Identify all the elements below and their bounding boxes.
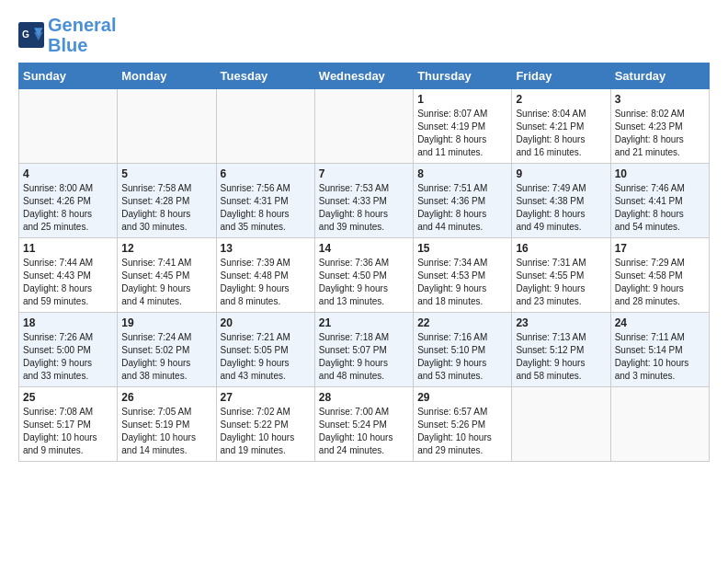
day-number: 25 bbox=[23, 391, 113, 404]
calendar-cell bbox=[19, 89, 118, 164]
day-info: Sunrise: 7:00 AM Sunset: 5:24 PM Dayligh… bbox=[319, 406, 409, 457]
day-info: Sunrise: 7:53 AM Sunset: 4:33 PM Dayligh… bbox=[319, 182, 409, 234]
calendar-cell: 25Sunrise: 7:08 AM Sunset: 5:17 PM Dayli… bbox=[19, 387, 118, 462]
calendar-cell: 1Sunrise: 8:07 AM Sunset: 4:19 PM Daylig… bbox=[414, 89, 512, 164]
logo: G General Blue bbox=[18, 15, 116, 55]
weekday-header-sunday: Sunday bbox=[19, 63, 118, 89]
weekday-header-friday: Friday bbox=[512, 63, 610, 89]
svg-text:G: G bbox=[22, 29, 29, 40]
calendar-cell: 22Sunrise: 7:16 AM Sunset: 5:10 PM Dayli… bbox=[414, 313, 512, 387]
day-info: Sunrise: 7:49 AM Sunset: 4:38 PM Dayligh… bbox=[516, 182, 606, 234]
calendar-cell bbox=[118, 89, 216, 164]
weekday-header-monday: Monday bbox=[118, 63, 216, 89]
day-info: Sunrise: 7:36 AM Sunset: 4:50 PM Dayligh… bbox=[319, 257, 409, 308]
calendar-cell bbox=[314, 89, 413, 164]
calendar-cell: 7Sunrise: 7:53 AM Sunset: 4:33 PM Daylig… bbox=[314, 164, 413, 238]
day-info: Sunrise: 7:05 AM Sunset: 5:19 PM Dayligh… bbox=[121, 406, 211, 457]
day-info: Sunrise: 7:46 AM Sunset: 4:41 PM Dayligh… bbox=[615, 182, 705, 234]
day-number: 12 bbox=[121, 242, 211, 255]
day-info: Sunrise: 7:08 AM Sunset: 5:17 PM Dayligh… bbox=[23, 406, 113, 457]
calendar-cell: 10Sunrise: 7:46 AM Sunset: 4:41 PM Dayli… bbox=[610, 164, 709, 238]
day-info: Sunrise: 8:00 AM Sunset: 4:26 PM Dayligh… bbox=[23, 182, 113, 234]
day-number: 11 bbox=[23, 242, 113, 255]
day-number: 16 bbox=[516, 242, 606, 255]
day-number: 28 bbox=[319, 391, 409, 404]
day-info: Sunrise: 7:41 AM Sunset: 4:45 PM Dayligh… bbox=[121, 257, 211, 308]
day-info: Sunrise: 7:56 AM Sunset: 4:31 PM Dayligh… bbox=[221, 182, 311, 234]
day-info: Sunrise: 7:13 AM Sunset: 5:12 PM Dayligh… bbox=[516, 331, 606, 383]
day-number: 7 bbox=[319, 167, 409, 180]
day-number: 3 bbox=[615, 93, 705, 106]
calendar-cell bbox=[512, 387, 610, 462]
calendar-cell: 27Sunrise: 7:02 AM Sunset: 5:22 PM Dayli… bbox=[216, 387, 314, 462]
calendar-cell: 19Sunrise: 7:24 AM Sunset: 5:02 PM Dayli… bbox=[118, 313, 216, 387]
calendar-cell: 11Sunrise: 7:44 AM Sunset: 4:43 PM Dayli… bbox=[19, 238, 118, 313]
logo-text: General Blue bbox=[48, 15, 116, 55]
day-number: 8 bbox=[417, 167, 507, 180]
day-number: 22 bbox=[417, 316, 507, 329]
day-number: 19 bbox=[121, 316, 211, 329]
day-number: 26 bbox=[121, 391, 211, 404]
day-number: 20 bbox=[221, 316, 311, 329]
day-number: 14 bbox=[319, 242, 409, 255]
day-number: 4 bbox=[23, 167, 113, 180]
weekday-header-tuesday: Tuesday bbox=[216, 63, 314, 89]
calendar-cell: 9Sunrise: 7:49 AM Sunset: 4:38 PM Daylig… bbox=[512, 164, 610, 238]
day-info: Sunrise: 8:04 AM Sunset: 4:21 PM Dayligh… bbox=[516, 108, 606, 159]
calendar-cell: 15Sunrise: 7:34 AM Sunset: 4:53 PM Dayli… bbox=[414, 238, 512, 313]
calendar-table: SundayMondayTuesdayWednesdayThursdayFrid… bbox=[18, 63, 710, 462]
day-number: 23 bbox=[516, 316, 606, 329]
calendar-cell: 5Sunrise: 7:58 AM Sunset: 4:28 PM Daylig… bbox=[118, 164, 216, 238]
day-number: 24 bbox=[615, 316, 705, 329]
day-number: 5 bbox=[121, 167, 211, 180]
calendar-cell bbox=[216, 89, 314, 164]
day-info: Sunrise: 7:39 AM Sunset: 4:48 PM Dayligh… bbox=[221, 257, 311, 308]
weekday-header-saturday: Saturday bbox=[610, 63, 709, 89]
day-info: Sunrise: 7:44 AM Sunset: 4:43 PM Dayligh… bbox=[23, 257, 113, 308]
day-number: 17 bbox=[615, 242, 705, 255]
day-info: Sunrise: 6:57 AM Sunset: 5:26 PM Dayligh… bbox=[417, 406, 507, 457]
calendar-cell: 17Sunrise: 7:29 AM Sunset: 4:58 PM Dayli… bbox=[610, 238, 709, 313]
calendar-cell: 14Sunrise: 7:36 AM Sunset: 4:50 PM Dayli… bbox=[314, 238, 413, 313]
day-number: 6 bbox=[221, 167, 311, 180]
calendar-cell bbox=[610, 387, 709, 462]
calendar-cell: 6Sunrise: 7:56 AM Sunset: 4:31 PM Daylig… bbox=[216, 164, 314, 238]
day-number: 18 bbox=[23, 316, 113, 329]
day-info: Sunrise: 7:24 AM Sunset: 5:02 PM Dayligh… bbox=[121, 331, 211, 383]
logo-icon: G bbox=[18, 22, 44, 48]
weekday-header-wednesday: Wednesday bbox=[314, 63, 413, 89]
calendar-cell: 21Sunrise: 7:18 AM Sunset: 5:07 PM Dayli… bbox=[314, 313, 413, 387]
day-number: 13 bbox=[221, 242, 311, 255]
day-info: Sunrise: 7:34 AM Sunset: 4:53 PM Dayligh… bbox=[417, 257, 507, 308]
calendar-cell: 24Sunrise: 7:11 AM Sunset: 5:14 PM Dayli… bbox=[610, 313, 709, 387]
calendar-cell: 12Sunrise: 7:41 AM Sunset: 4:45 PM Dayli… bbox=[118, 238, 216, 313]
day-info: Sunrise: 7:02 AM Sunset: 5:22 PM Dayligh… bbox=[221, 406, 311, 457]
day-number: 10 bbox=[615, 167, 705, 180]
day-number: 1 bbox=[417, 93, 507, 106]
calendar-cell: 29Sunrise: 6:57 AM Sunset: 5:26 PM Dayli… bbox=[414, 387, 512, 462]
day-info: Sunrise: 7:11 AM Sunset: 5:14 PM Dayligh… bbox=[615, 331, 705, 383]
calendar-cell: 23Sunrise: 7:13 AM Sunset: 5:12 PM Dayli… bbox=[512, 313, 610, 387]
day-info: Sunrise: 7:26 AM Sunset: 5:00 PM Dayligh… bbox=[23, 331, 113, 383]
calendar-cell: 13Sunrise: 7:39 AM Sunset: 4:48 PM Dayli… bbox=[216, 238, 314, 313]
calendar-cell: 2Sunrise: 8:04 AM Sunset: 4:21 PM Daylig… bbox=[512, 89, 610, 164]
day-info: Sunrise: 8:07 AM Sunset: 4:19 PM Dayligh… bbox=[417, 108, 507, 159]
day-info: Sunrise: 8:02 AM Sunset: 4:23 PM Dayligh… bbox=[615, 108, 705, 159]
day-info: Sunrise: 7:29 AM Sunset: 4:58 PM Dayligh… bbox=[615, 257, 705, 308]
day-number: 27 bbox=[221, 391, 311, 404]
day-number: 2 bbox=[516, 93, 606, 106]
calendar-cell: 3Sunrise: 8:02 AM Sunset: 4:23 PM Daylig… bbox=[610, 89, 709, 164]
day-info: Sunrise: 7:18 AM Sunset: 5:07 PM Dayligh… bbox=[319, 331, 409, 383]
weekday-header-thursday: Thursday bbox=[414, 63, 512, 89]
calendar-cell: 28Sunrise: 7:00 AM Sunset: 5:24 PM Dayli… bbox=[314, 387, 413, 462]
day-info: Sunrise: 7:21 AM Sunset: 5:05 PM Dayligh… bbox=[221, 331, 311, 383]
day-number: 9 bbox=[516, 167, 606, 180]
day-info: Sunrise: 7:16 AM Sunset: 5:10 PM Dayligh… bbox=[417, 331, 507, 383]
calendar-cell: 26Sunrise: 7:05 AM Sunset: 5:19 PM Dayli… bbox=[118, 387, 216, 462]
day-number: 21 bbox=[319, 316, 409, 329]
calendar-cell: 16Sunrise: 7:31 AM Sunset: 4:55 PM Dayli… bbox=[512, 238, 610, 313]
day-info: Sunrise: 7:51 AM Sunset: 4:36 PM Dayligh… bbox=[417, 182, 507, 234]
day-info: Sunrise: 7:58 AM Sunset: 4:28 PM Dayligh… bbox=[121, 182, 211, 234]
day-number: 29 bbox=[417, 391, 507, 404]
calendar-cell: 18Sunrise: 7:26 AM Sunset: 5:00 PM Dayli… bbox=[19, 313, 118, 387]
